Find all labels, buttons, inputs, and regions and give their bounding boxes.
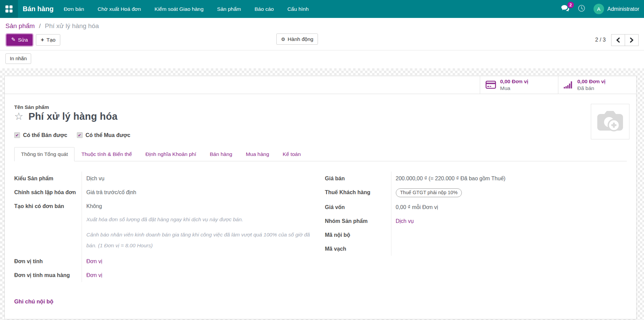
product-image-placeholder (591, 104, 629, 139)
control-panel-bottom: In nhãn (0, 50, 644, 68)
chevron-right-icon (629, 38, 634, 43)
field-value: Thuế GTGT phải nộp 10% (391, 185, 627, 200)
field-value (391, 228, 627, 242)
action-menu-button[interactable]: ⚙ Hành động (276, 33, 318, 45)
control-panel-buttons: ✎ Sửa + Tạo ⚙ Hành động 2 / 3 (5, 33, 639, 46)
sold-stat-value: 0,00 Đơn vị (577, 78, 605, 85)
field-label: Nhóm Sản phẩm (325, 214, 391, 228)
tab-sales[interactable]: Bán hàng (203, 147, 239, 161)
top-navbar: Bán hàng Đơn bán Chờ xuất Hoá đơn Kiểm s… (0, 0, 644, 18)
clock-icon (578, 4, 585, 14)
nav-item-bao-cao[interactable]: Báo cáo (248, 0, 281, 18)
breadcrumb-link-products[interactable]: Sản phẩm (5, 22, 35, 29)
field-label: Đơn vị tính (14, 254, 82, 268)
favorite-star-icon[interactable]: ☆ (14, 111, 23, 121)
field-label: Chính sách lập hóa đơn (14, 185, 82, 199)
activities-button[interactable] (578, 4, 585, 14)
field-value: Dịch vụ (391, 214, 627, 228)
field-label: Giá bán (325, 172, 391, 185)
can-be-purchased-label: Có thể Mua được (86, 132, 130, 138)
nav-item-don-ban[interactable]: Đơn bán (57, 0, 91, 18)
general-info-right-group: Giá bán 200.000,00 ₫ (= 220.000 ₫ Đã bao… (325, 172, 627, 282)
help-row: Cảnh báo nhân viên kinh doanh bán gia tă… (14, 228, 316, 254)
action-button-label: Hành động (288, 36, 314, 42)
avatar: A (594, 4, 604, 14)
field-value: Đơn vị (82, 254, 316, 268)
nav-item-san-pham[interactable]: Sản phẩm (210, 0, 248, 18)
general-info-grid: Kiểu Sản phẩm Dịch vụ Chính sách lập hóa… (14, 172, 627, 282)
create-button[interactable]: + Tạo (36, 34, 60, 45)
tab-attributes-variants[interactable]: Thuộc tính & Biến thể (74, 147, 138, 161)
field-value: Dịch vụ (82, 172, 316, 185)
field-label: Kiểu Sản phẩm (14, 172, 82, 185)
control-panel: Sản phẩm / Phí xử lý hàng hóa ✎ Sửa + Tạ… (0, 18, 644, 50)
tab-general-information[interactable]: Thông tin Tổng quát (14, 147, 74, 161)
product-name-label: Tên Sản phẩm (14, 104, 627, 110)
tab-fee-definition[interactable]: Định nghĩa Khoản phí (139, 147, 203, 161)
field-value: 0,00 ₫ mỗi Đơn vị (391, 200, 627, 214)
field-label: Thuế Khách hàng (325, 185, 391, 200)
app-name[interactable]: Bán hàng (23, 5, 53, 13)
form-sheet: 0,00 Đơn vị Mua 0,00 Đơn vị Đã bá (4, 76, 637, 319)
field-value: Không (82, 199, 316, 213)
breadcrumb: Sản phẩm / Phí xử lý hàng hóa (5, 22, 639, 30)
purchased-stat-button[interactable]: 0,00 Đơn vị Mua (480, 76, 558, 94)
uom-link[interactable]: Đơn vị (86, 258, 102, 264)
edit-button-label: Sửa (18, 37, 28, 43)
credit-card-icon (486, 81, 496, 89)
user-menu[interactable]: A Administrator (594, 4, 639, 14)
general-info-left-group: Kiểu Sản phẩm Dịch vụ Chính sách lập hóa… (14, 172, 316, 282)
pager-previous-button[interactable] (611, 34, 625, 46)
field-label: Giá vốn (325, 200, 391, 214)
field-value: 200.000,00 ₫ (= 220.000 ₫ Đã bao gồm Thu… (391, 172, 627, 185)
purchased-stat-label: Mua (500, 85, 528, 91)
field-row-purchase-uom: Đơn vị tính mua hàng Đơn vị (14, 268, 316, 282)
sold-stat-button[interactable]: 0,00 Đơn vị Đã bán (558, 76, 636, 94)
pager-next-button[interactable] (625, 34, 639, 46)
camera-plus-icon (596, 110, 624, 133)
field-row-create-on-order: Tạo khi có đơn bán Không (14, 199, 316, 213)
tax-tag: Thuế GTGT phải nộp 10% (396, 188, 462, 197)
pencil-icon: ✎ (11, 37, 16, 43)
field-label: Mã nội bộ (325, 228, 391, 242)
tab-accounting[interactable]: Kế toán (276, 147, 307, 161)
print-label-button[interactable]: In nhãn (5, 53, 31, 64)
can-be-sold-checkbox[interactable]: ✔ Có thể Bán được (14, 132, 67, 138)
navbar-right: 2 A Administrator (561, 4, 644, 14)
messages-button[interactable]: 2 (561, 5, 570, 13)
breadcrumb-separator: / (39, 22, 41, 29)
field-row-uom: Đơn vị tính Đơn vị (14, 254, 316, 268)
category-link[interactable]: Dịch vụ (396, 218, 414, 224)
chevron-left-icon (616, 38, 620, 43)
pager-count: 2 / 3 (595, 37, 606, 43)
field-value (391, 242, 627, 256)
sold-stat-label: Đã bán (577, 85, 605, 91)
field-row-product-category: Nhóm Sản phẩm Dịch vụ (325, 214, 627, 228)
messages-badge: 2 (567, 2, 574, 8)
form-view-background: 0,00 Đơn vị Mua 0,00 Đơn vị Đã bá (0, 68, 644, 320)
checkbox-check-icon: ✔ (77, 132, 83, 138)
user-name: Administrator (607, 6, 639, 12)
field-value: Đơn vị (82, 268, 316, 282)
plus-icon: + (41, 37, 44, 42)
edit-button[interactable]: ✎ Sửa (6, 34, 33, 45)
can-be-purchased-checkbox[interactable]: ✔ Có thể Mua được (77, 132, 130, 138)
nav-item-cho-xuat-hoa-don[interactable]: Chờ xuất Hoá đơn (91, 0, 148, 18)
field-label-empty (14, 228, 82, 254)
create-button-label: Tạo (46, 37, 56, 43)
nav-menu: Đơn bán Chờ xuất Hoá đơn Kiểm soát Giao … (57, 0, 315, 18)
nav-item-kiem-soat-giao-hang[interactable]: Kiểm soát Giao hàng (148, 0, 210, 18)
can-be-sold-label: Có thể Bán được (23, 132, 67, 138)
field-row-customer-taxes: Thuế Khách hàng Thuế GTGT phải nộp 10% (325, 185, 627, 200)
capability-checkboxes: ✔ Có thể Bán được ✔ Có thể Mua được (14, 132, 627, 138)
field-row-cost: Giá vốn 0,00 ₫ mỗi Đơn vị (325, 200, 627, 214)
bar-chart-icon (564, 81, 573, 89)
checkbox-check-icon: ✔ (14, 132, 20, 138)
apps-menu-button[interactable] (0, 0, 18, 18)
field-row-barcode: Mã vạch (325, 242, 627, 256)
apps-grid-icon (5, 5, 13, 13)
nav-item-cau-hinh[interactable]: Cấu hình (281, 0, 316, 18)
tab-purchase[interactable]: Mua hàng (239, 147, 276, 161)
help-text: Cảnh báo nhân viên kinh doanh bán gia tă… (82, 228, 316, 254)
purchase-uom-link[interactable]: Đơn vị (86, 272, 102, 278)
